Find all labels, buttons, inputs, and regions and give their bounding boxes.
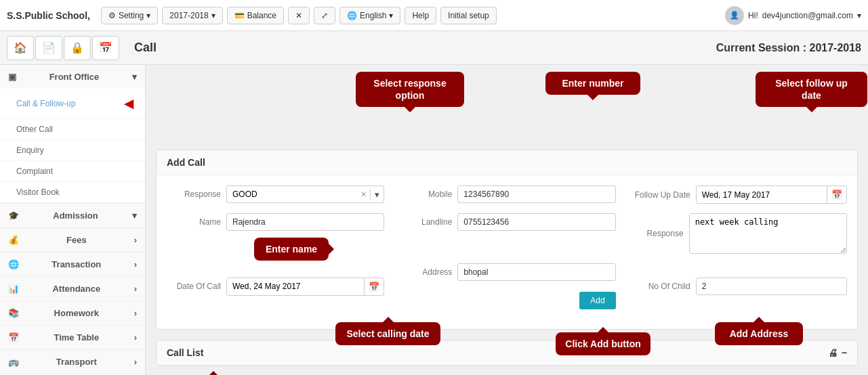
attendance-chevron: › bbox=[134, 284, 137, 294]
response-clear-icon[interactable]: ✕ bbox=[357, 190, 370, 199]
minus-icon[interactable]: − bbox=[842, 347, 847, 358]
setting-icon: ⚙ bbox=[108, 11, 116, 20]
sidebar-header-front-office[interactable]: ▣ Front Office ▾ bbox=[0, 65, 145, 89]
globe-icon: 🌐 bbox=[347, 11, 357, 20]
response-arrow-icon[interactable]: ▾ bbox=[370, 190, 384, 200]
transaction-chevron: › bbox=[134, 259, 137, 269]
sidebar-section-attendance: 📊 Attendance › bbox=[0, 277, 145, 301]
sidebar-header-timetable[interactable]: 📅 Time Table › bbox=[0, 326, 145, 349]
setting-button[interactable]: ⚙ Setting ▾ bbox=[101, 7, 158, 24]
homework-chevron: › bbox=[134, 308, 137, 318]
calendar-icon: 📅 bbox=[99, 41, 112, 54]
icon-bar: 🏠 📄 🔒 📅 Call Current Session : 2017-2018 bbox=[0, 31, 868, 65]
response-label: Response bbox=[167, 190, 221, 199]
date-label: Date Of Call bbox=[167, 282, 221, 291]
transaction-icon: 🌐 bbox=[8, 259, 19, 269]
sidebar-section-admission: 🎓 Admission ▾ bbox=[0, 204, 145, 228]
sidebar-header-homework[interactable]: 📚 Homework › bbox=[0, 301, 145, 325]
sidebar-item-call-followup[interactable]: Call & Follow-up ◄ bbox=[0, 89, 145, 119]
home-button[interactable]: 🏠 bbox=[7, 36, 34, 60]
sidebar-section-transaction: 🌐 Transaction › bbox=[0, 252, 145, 277]
sidebar-item-enquiry[interactable]: Enquiry bbox=[0, 140, 145, 161]
year-chevron: ▾ bbox=[211, 11, 215, 20]
mobile-input[interactable] bbox=[457, 185, 615, 203]
main-layout: ▣ Front Office ▾ Call & Follow-up ◄ Othe… bbox=[0, 65, 868, 375]
year-button[interactable]: 2017-2018 ▾ bbox=[162, 7, 222, 24]
help-button[interactable]: Help bbox=[405, 7, 436, 24]
expand-button[interactable]: ⤢ bbox=[314, 7, 335, 24]
tooltip-calling-date: Select calling date bbox=[335, 322, 440, 345]
balance-button[interactable]: 💳 Balance bbox=[227, 7, 284, 24]
name-input[interactable] bbox=[226, 213, 384, 231]
timetable-chevron: › bbox=[134, 332, 137, 343]
print-icon[interactable]: 🖨 bbox=[828, 347, 838, 358]
followup-label: Follow Up Date bbox=[629, 190, 690, 200]
response-select[interactable]: GOOD ✕ ▾ bbox=[226, 185, 384, 203]
document-icon: 📄 bbox=[42, 41, 56, 54]
date-calendar-icon[interactable]: 📅 bbox=[364, 278, 384, 295]
date-input[interactable] bbox=[227, 278, 364, 294]
followup-calendar-icon[interactable]: 📅 bbox=[827, 186, 846, 203]
response2-textarea[interactable] bbox=[689, 213, 847, 254]
sidebar-section-homework: 📚 Homework › bbox=[0, 301, 145, 326]
form-group-address: Address Add bbox=[398, 263, 615, 309]
calendar-button[interactable]: 📅 bbox=[92, 36, 119, 60]
admission-icon: 🎓 bbox=[8, 211, 19, 221]
english-chevron: ▾ bbox=[389, 11, 393, 20]
followup-date-wrapper[interactable]: 📅 bbox=[696, 185, 847, 204]
sidebar-header-transport[interactable]: 🚌 Transport › bbox=[0, 350, 145, 374]
sidebar-section-transport: 🚌 Transport › bbox=[0, 350, 145, 374]
english-button[interactable]: 🌐 English ▾ bbox=[339, 7, 400, 24]
form-group-name: Name bbox=[167, 213, 384, 231]
date-wrapper[interactable]: 📅 bbox=[226, 278, 384, 296]
page-title: Call bbox=[134, 41, 157, 55]
timetable-icon: 📅 bbox=[8, 332, 19, 343]
form-group-response2: Response bbox=[629, 213, 847, 254]
sidebar-item-other-call[interactable]: Other Call bbox=[0, 119, 145, 140]
add-button[interactable]: Add bbox=[579, 292, 615, 309]
form-card-header: Add Call bbox=[157, 150, 857, 175]
landline-input[interactable] bbox=[457, 213, 615, 231]
form-group-nochild: No Of Child bbox=[629, 278, 847, 295]
address-input[interactable] bbox=[457, 263, 615, 281]
nochild-input[interactable] bbox=[696, 278, 847, 295]
sidebar-section-fees: 💰 Fees › bbox=[0, 228, 145, 252]
balance-icon: 💳 bbox=[234, 11, 245, 20]
admission-chevron: ▾ bbox=[132, 211, 137, 221]
tooltip-enter-name: Enter name bbox=[254, 238, 329, 261]
sidebar-header-fees[interactable]: 💰 Fees › bbox=[0, 228, 145, 252]
user-greeting: Hi! bbox=[748, 11, 758, 20]
form-group-date: Date Of Call 📅 bbox=[167, 278, 384, 296]
sidebar-header-transaction[interactable]: 🌐 Transaction › bbox=[0, 252, 145, 276]
mobile-label: Mobile bbox=[398, 190, 452, 199]
response-value: GOOD bbox=[227, 186, 357, 202]
sidebar-section-timetable: 📅 Time Table › bbox=[0, 326, 145, 350]
sidebar-header-admission[interactable]: 🎓 Admission ▾ bbox=[0, 204, 145, 227]
user-info: 👤 Hi! dev4junction@gmail.com ▾ bbox=[725, 6, 861, 25]
close-button[interactable]: ✕ bbox=[288, 7, 310, 24]
form-group-response: Response GOOD ✕ ▾ bbox=[167, 185, 384, 203]
avatar: 👤 bbox=[725, 6, 744, 25]
homework-icon: 📚 bbox=[8, 308, 19, 318]
sidebar-header-attendance[interactable]: 📊 Attendance › bbox=[0, 277, 145, 301]
lock-button[interactable]: 🔒 bbox=[64, 36, 91, 60]
initial-setup-button[interactable]: Initial setup bbox=[440, 7, 497, 24]
response2-label: Response bbox=[629, 229, 684, 238]
sidebar-item-complaint[interactable]: Complaint bbox=[0, 161, 145, 182]
name-label: Name bbox=[167, 217, 221, 227]
brand-name: S.S.Public School, bbox=[7, 10, 90, 21]
form-group-mobile: Mobile bbox=[398, 185, 615, 203]
transport-chevron: › bbox=[134, 357, 137, 367]
attendance-icon: 📊 bbox=[8, 284, 19, 294]
fees-icon: 💰 bbox=[8, 235, 19, 245]
content-area: Select response option Enter number Sele… bbox=[146, 65, 868, 375]
followup-date-input[interactable] bbox=[697, 187, 827, 203]
sidebar-item-visitor-book[interactable]: Visitor Book bbox=[0, 182, 145, 203]
sidebar: ▣ Front Office ▾ Call & Follow-up ◄ Othe… bbox=[0, 65, 146, 375]
fees-chevron: › bbox=[134, 235, 137, 245]
document-button[interactable]: 📄 bbox=[35, 36, 62, 60]
form-row-3: Date Of Call 📅 Address Add bbox=[167, 263, 847, 309]
tooltip-response: Select response option bbox=[356, 72, 464, 107]
front-office-chevron: ▾ bbox=[132, 72, 137, 82]
landline-label: Landline bbox=[398, 217, 452, 227]
